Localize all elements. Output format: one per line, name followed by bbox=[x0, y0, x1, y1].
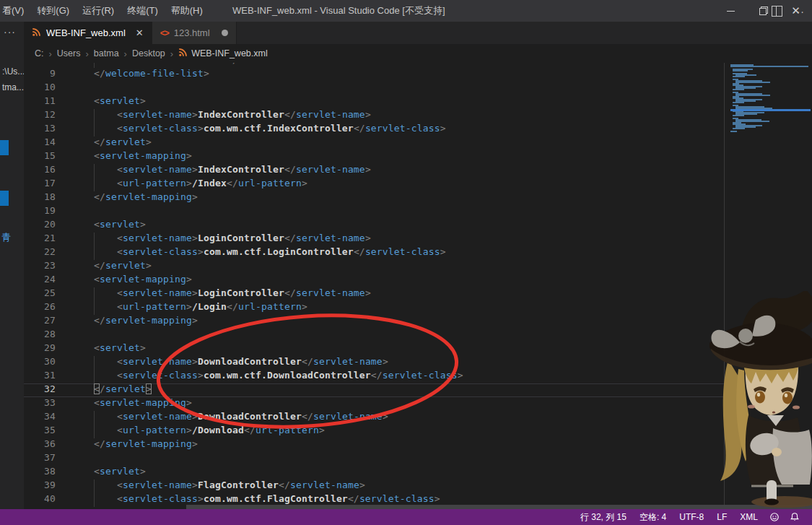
indent-guide bbox=[94, 356, 95, 370]
window-title: WEB-INF_web.xml - Visual Studio Code [不受… bbox=[232, 0, 445, 22]
line-number: 19 bbox=[24, 205, 56, 219]
code-text: </servlet> bbox=[56, 260, 152, 274]
code-line[interactable]: 37 bbox=[24, 452, 724, 466]
code-line[interactable]: 29 <servlet> bbox=[24, 342, 724, 356]
line-number: 30 bbox=[24, 356, 56, 370]
code-text: </servlet-mapping> bbox=[56, 315, 198, 329]
code-line[interactable]: 28 bbox=[24, 329, 724, 342]
code-line[interactable]: 16 <servlet-name>IndexController</servle… bbox=[24, 164, 724, 178]
menu-item[interactable]: 看(V) bbox=[0, 0, 30, 22]
line-number: 11 bbox=[24, 95, 56, 109]
open-folder-button[interactable] bbox=[0, 191, 9, 206]
sidebar-link-fragment[interactable]: 青 bbox=[1, 231, 11, 244]
code-text: </welcome-file-list> bbox=[56, 68, 209, 82]
code-text bbox=[56, 82, 71, 95]
tab-123.html[interactable]: <>123.html bbox=[152, 22, 237, 44]
code-line[interactable]: 36 </servlet-mapping> bbox=[24, 438, 724, 452]
more-actions-icon[interactable]: ··· bbox=[793, 6, 805, 17]
code-line[interactable]: 24 <servlet-mapping> bbox=[24, 274, 724, 287]
bell-icon[interactable] bbox=[785, 512, 805, 522]
breadcrumb-separator-icon: › bbox=[124, 48, 127, 59]
minimize-icon[interactable] bbox=[715, 0, 747, 22]
code-text: <servlet-name>LoginController</servlet-n… bbox=[56, 287, 371, 301]
status-eol[interactable]: LF bbox=[710, 512, 733, 522]
code-line[interactable]: 23 </servlet> bbox=[24, 260, 724, 274]
indent-guide bbox=[94, 233, 95, 246]
indent-guide bbox=[94, 425, 95, 438]
menu-item[interactable]: 帮助(H) bbox=[165, 0, 209, 22]
code-line[interactable]: 22 <servlet-class>com.wm.ctf.LoginContro… bbox=[24, 246, 724, 260]
open-folder-button[interactable] bbox=[0, 140, 9, 155]
code-line[interactable]: 38 <servlet> bbox=[24, 466, 724, 480]
indent-guide bbox=[94, 301, 95, 315]
line-number: 25 bbox=[24, 287, 56, 301]
code-line[interactable]: 27 </servlet-mapping> bbox=[24, 315, 724, 329]
breadcrumb-item[interactable]: C: bbox=[35, 48, 44, 58]
indent-guide bbox=[94, 63, 95, 68]
code-line[interactable]: 17 <url-pattern>/Index</url-pattern> bbox=[24, 178, 724, 191]
status-encoding[interactable]: UTF-8 bbox=[673, 512, 710, 522]
line-number: 36 bbox=[24, 438, 56, 452]
code-text: <servlet-class>com.wm.ctf.DownloadContro… bbox=[56, 370, 463, 383]
code-line[interactable]: 30 <servlet-name>DownloadController</ser… bbox=[24, 356, 724, 370]
tab-WEB-INF_web.xml[interactable]: WEB-INF_web.xml✕ bbox=[24, 22, 152, 44]
breadcrumb-item[interactable]: Desktop bbox=[132, 48, 165, 58]
code-line[interactable]: 10 bbox=[24, 82, 724, 95]
code-line[interactable]: 18 </servlet-mapping> bbox=[24, 191, 724, 205]
breadcrumb-item[interactable]: Users bbox=[57, 48, 81, 58]
line-number: 13 bbox=[24, 123, 56, 136]
code-line[interactable]: 35 <url-pattern>/Download</url-pattern> bbox=[24, 425, 724, 438]
line-number: 18 bbox=[24, 191, 56, 205]
breadcrumb: C:›Users›batma›Desktop›WEB-INF_web.xml bbox=[24, 44, 812, 63]
modified-dot-icon[interactable] bbox=[222, 30, 228, 36]
line-number: 39 bbox=[24, 480, 56, 493]
code-line[interactable]: 14 </servlet> bbox=[24, 136, 724, 150]
code-line[interactable]: 9 </welcome-file-list> bbox=[24, 68, 724, 82]
code-line[interactable]: 33 <servlet-mapping> bbox=[24, 397, 724, 411]
code-line[interactable]: 31 <servlet-class>com.wm.ctf.DownloadCon… bbox=[24, 370, 724, 383]
code-line[interactable]: 13 <servlet-class>com.wm.ctf.IndexContro… bbox=[24, 123, 724, 136]
status-language-mode[interactable]: XML bbox=[733, 512, 764, 522]
status-cursor-position[interactable]: 行 32, 列 15 bbox=[574, 511, 633, 524]
code-text: <servlet-mapping> bbox=[56, 150, 192, 164]
sidebar-more-actions-icon[interactable]: ··· bbox=[4, 26, 16, 38]
code-line[interactable]: 8 <welcome-file>Index</welcome-file> bbox=[24, 63, 724, 68]
code-line[interactable]: 25 <servlet-name>LoginController</servle… bbox=[24, 287, 724, 301]
breadcrumb-item[interactable]: batma bbox=[94, 48, 119, 58]
breadcrumb-separator-icon: › bbox=[170, 48, 173, 59]
split-editor-icon[interactable] bbox=[772, 6, 782, 17]
code-text: <servlet> bbox=[56, 342, 146, 356]
tab-close-icon[interactable]: ✕ bbox=[136, 27, 144, 38]
code-line[interactable]: 20 <servlet> bbox=[24, 219, 724, 233]
code-text: <servlet> bbox=[56, 466, 146, 480]
line-number: 14 bbox=[24, 136, 56, 150]
line-number: 26 bbox=[24, 301, 56, 315]
code-text: <servlet-name>LoginController</servlet-n… bbox=[56, 233, 371, 246]
code-line[interactable]: 12 <servlet-name>IndexController</servle… bbox=[24, 109, 724, 123]
code-line[interactable]: 34 <servlet-name>DownloadController</ser… bbox=[24, 411, 724, 425]
indent-guide bbox=[94, 480, 95, 493]
menu-bar: 看(V)转到(G)运行(R)终端(T)帮助(H) bbox=[0, 0, 209, 22]
feedback-icon[interactable] bbox=[764, 512, 785, 522]
code-line[interactable]: 39 <servlet-name>FlagController</servlet… bbox=[24, 480, 724, 493]
code-line[interactable]: 11 <servlet> bbox=[24, 95, 724, 109]
code-line[interactable]: 26 <url-pattern>/Login</url-pattern> bbox=[24, 301, 724, 315]
code-line[interactable]: 15 <servlet-mapping> bbox=[24, 150, 724, 164]
breadcrumb-file[interactable]: WEB-INF_web.xml bbox=[178, 48, 268, 59]
menu-item[interactable]: 运行(R) bbox=[76, 0, 121, 22]
code-line[interactable]: 19 bbox=[24, 205, 724, 219]
code-line[interactable]: 32 </servlet> bbox=[24, 383, 724, 397]
menu-item[interactable]: 终端(T) bbox=[121, 0, 165, 22]
line-number: 16 bbox=[24, 164, 56, 178]
code-line[interactable]: 21 <servlet-name>LoginController</servle… bbox=[24, 233, 724, 246]
line-number: 29 bbox=[24, 342, 56, 356]
line-number: 32 bbox=[24, 383, 56, 397]
menu-item[interactable]: 转到(G) bbox=[30, 0, 76, 22]
line-number: 31 bbox=[24, 370, 56, 383]
vscode-window: 看(V)转到(G)运行(R)终端(T)帮助(H) WEB-INF_web.xml… bbox=[0, 0, 812, 525]
line-number: 17 bbox=[24, 178, 56, 191]
status-bar: 行 32, 列 15空格: 4UTF-8LFXML bbox=[0, 509, 812, 525]
status-indentation[interactable]: 空格: 4 bbox=[633, 511, 673, 524]
code-editor[interactable]: 8 <welcome-file>Index</welcome-file>9 </… bbox=[24, 63, 812, 509]
line-number: 10 bbox=[24, 82, 56, 95]
